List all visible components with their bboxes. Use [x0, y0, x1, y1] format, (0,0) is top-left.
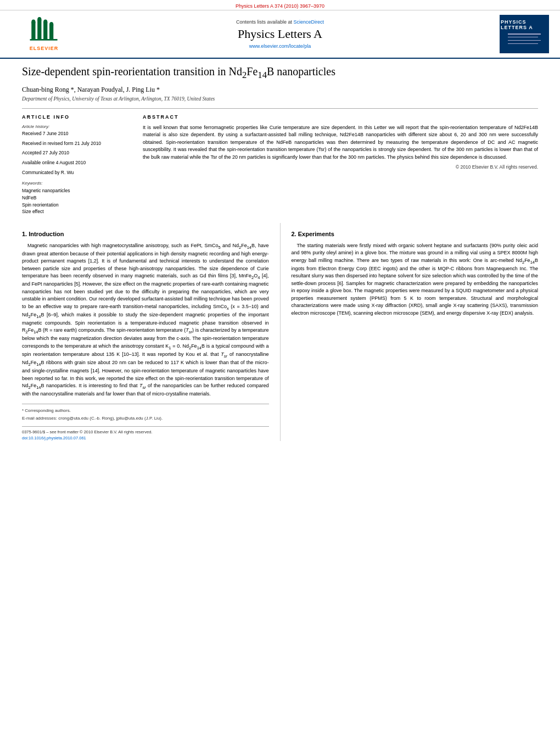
elsevier-tree-icon	[27, 17, 60, 44]
svg-point-5	[37, 17, 41, 22]
keywords-label: Keywords:	[22, 181, 132, 186]
abstract-text: It is well known that some ferromagnetic…	[143, 124, 538, 161]
corresponding-authors-note: * Corresponding authors.	[22, 408, 269, 414]
sciencedirect-link[interactable]: ScienceDirect	[294, 19, 324, 25]
available-date: Available online 4 August 2010	[22, 160, 132, 166]
keyword-4: Size effect	[22, 208, 132, 215]
article-info-abstract: ARTICLE INFO Article history: Received 7…	[22, 108, 538, 215]
keyword-1: Magnetic nanoparticles	[22, 187, 132, 194]
journal-header: ELSEVIER Contents lists available at Sci…	[0, 10, 560, 59]
footnote-area: * Corresponding authors. E-mail addresse…	[22, 404, 269, 422]
pla-logo-area: PHYSICS LETTERS A	[483, 15, 549, 53]
body-column-divider	[280, 223, 281, 441]
svg-rect-8	[30, 39, 58, 41]
journal-title: Physics Letters A	[77, 27, 483, 41]
history-label: Article history:	[22, 124, 132, 129]
section1-para: Magnetic nanoparticles with high magneto…	[22, 242, 269, 398]
svg-point-6	[43, 20, 47, 25]
journal-citation: Physics Letters A 374 (2010) 3967–3970	[236, 3, 324, 9]
sciencedirect-line: Contents lists available at ScienceDirec…	[77, 19, 483, 25]
bottom-bar: 0375-9601/$ – see front matter © 2010 El…	[22, 426, 269, 442]
copyright-notice: © 2010 Elsevier B.V. All rights reserved…	[143, 164, 538, 170]
elsevier-text: ELSEVIER	[30, 46, 59, 51]
title-text-2: Fe	[247, 65, 257, 77]
elsevier-logo: ELSEVIER	[27, 17, 60, 51]
revised-date: Received in revised form 21 July 2010	[22, 141, 132, 147]
article-info-header: ARTICLE INFO	[22, 114, 132, 120]
title-sub2: 14	[257, 70, 267, 80]
section2-title: 2. Experiments	[292, 230, 539, 239]
svg-rect-1	[37, 20, 41, 40]
section1-title: 1. Introduction	[22, 230, 269, 239]
journal-center-info: Contents lists available at ScienceDirec…	[77, 19, 483, 49]
pla-logo-title: PHYSICS LETTERS A	[501, 19, 548, 30]
journal-url[interactable]: www.elsevier.com/locate/pla	[77, 43, 483, 49]
article-title: Size-dependent spin-reorientation transi…	[22, 64, 538, 81]
title-text-3: B nanoparticles	[267, 65, 335, 77]
svg-rect-0	[31, 22, 35, 40]
body-right-col: 2. Experiments The starting materials we…	[292, 223, 539, 441]
communicated-by: Communicated by R. Wu	[22, 170, 132, 176]
main-body: 1. Introduction Magnetic nanoparticles w…	[22, 223, 538, 441]
journal-banner: Physics Letters A 374 (2010) 3967–3970	[0, 0, 560, 10]
page: Physics Letters A 374 (2010) 3967–3970	[0, 0, 560, 742]
body-left-col: 1. Introduction Magnetic nanoparticles w…	[22, 223, 269, 441]
elsevier-logo-area: ELSEVIER	[11, 17, 77, 51]
email-addresses: E-mail addresses: crong@uta.edu (C.-b. R…	[22, 415, 269, 422]
issn-line: 0375-9601/$ – see front matter © 2010 El…	[22, 429, 269, 435]
pla-logo-box: PHYSICS LETTERS A	[500, 15, 549, 53]
abstract-header: ABSTRACT	[143, 114, 538, 120]
keywords-list: Magnetic nanoparticles NdFeB Spin reorie…	[22, 187, 132, 215]
svg-point-7	[49, 22, 53, 27]
received-date: Received 7 June 2010	[22, 131, 132, 137]
authors-line: Chuan-bing Rong *, Narayan Poudyal, J. P…	[22, 86, 538, 94]
article-content: Size-dependent spin-reorientation transi…	[0, 59, 560, 452]
affiliation: Department of Physics, University of Tex…	[22, 96, 538, 102]
authors-text: Chuan-bing Rong *, Narayan Poudyal, J. P…	[22, 86, 160, 93]
doi-line[interactable]: doi:10.1016/j.physleta.2010.07.061	[22, 435, 269, 441]
title-text-1: Size-dependent spin-reorientation transi…	[22, 65, 242, 77]
pla-logo-graphic	[505, 32, 544, 49]
section2-para: The starting materials were firstly mixe…	[292, 242, 539, 317]
abstract-col: ABSTRACT It is well known that some ferr…	[143, 114, 538, 215]
accepted-date: Accepted 27 July 2010	[22, 150, 132, 157]
keyword-3: Spin reorientation	[22, 202, 132, 209]
svg-point-4	[31, 20, 35, 25]
keyword-2: NdFeB	[22, 194, 132, 202]
svg-rect-2	[43, 22, 47, 40]
article-info-col: ARTICLE INFO Article history: Received 7…	[22, 114, 132, 215]
